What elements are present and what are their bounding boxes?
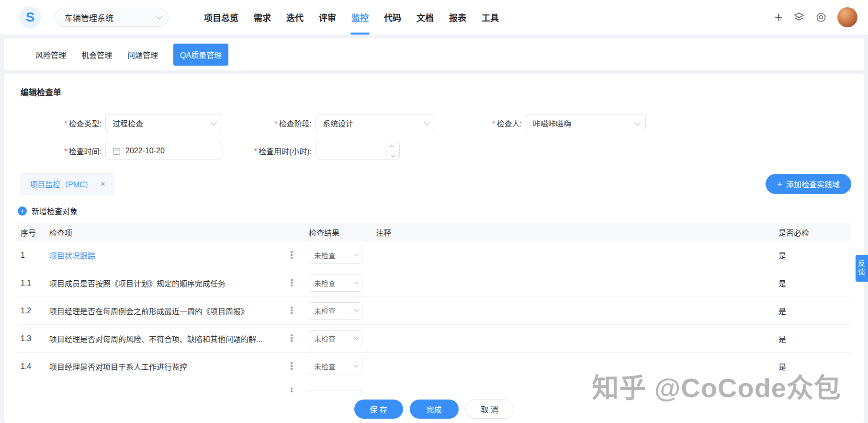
chevron-down-icon: [354, 252, 359, 256]
kebab-menu-icon[interactable]: ⋮: [287, 306, 296, 316]
nav-item-tools[interactable]: 工具: [474, 0, 507, 34]
close-icon[interactable]: ×: [101, 180, 106, 188]
chevron-down-icon: [354, 307, 359, 312]
kebab-menu-icon[interactable]: ⋮: [287, 386, 296, 393]
required-cell: 是: [778, 361, 851, 372]
plus-circle-icon: +: [18, 206, 27, 216]
chevron-down-icon: [424, 119, 430, 126]
add-check-object-label: 新增检查对象: [32, 205, 78, 217]
practice-area-row: 项目监控（PMC） × + 添加检查实践域: [17, 173, 851, 194]
col-header-item: 检查项: [45, 227, 285, 238]
complete-button[interactable]: 完成: [410, 400, 459, 419]
table-row: 1.2 项目经理是否在每周例会之前形成最近一周的《项目周报》 ⋮ 未检查 是: [17, 297, 851, 325]
chevron-down-icon: [156, 13, 162, 20]
page-title: 编辑检查单: [21, 86, 851, 98]
kebab-menu-icon[interactable]: ⋮: [287, 333, 296, 343]
check-item-text: 项目成员是否按照《项目计划》规定的顺序完成任务: [45, 277, 285, 289]
tab-issue-management[interactable]: 问题管理: [127, 49, 158, 60]
settings-icon[interactable]: [815, 11, 827, 23]
result-select[interactable]: 未检查: [309, 274, 362, 292]
cancel-button[interactable]: 取 消: [465, 400, 514, 419]
checker-select[interactable]: 咔嗞咔嗞嗨: [526, 114, 646, 132]
save-button[interactable]: 保 存: [354, 400, 403, 419]
row-number: 1.4: [17, 362, 45, 371]
check-item-link[interactable]: 项目状况跟踪: [45, 250, 285, 261]
chevron-down-icon: [354, 335, 359, 340]
checker-value: 咔嗞咔嗞嗨: [533, 117, 571, 129]
nav-item-project-overview[interactable]: 项目总览: [196, 0, 246, 34]
nav-item-code[interactable]: 代码: [376, 0, 409, 34]
number-spinner: [385, 142, 399, 160]
kebab-menu-icon[interactable]: ⋮: [287, 250, 296, 260]
nav-item-monitoring[interactable]: 监控: [344, 0, 376, 34]
required-asterisk: *: [254, 148, 257, 156]
check-type-label: *检查类型:: [17, 117, 105, 129]
tab-opportunity-management[interactable]: 机会管理: [81, 49, 112, 60]
project-selector[interactable]: 车辆管理系统: [55, 8, 169, 27]
add-check-object-link[interactable]: + 新增检查对象: [18, 205, 78, 217]
nav-item-reports[interactable]: 报表: [441, 0, 474, 34]
required-cell: 是: [778, 305, 851, 317]
kebab-menu-icon[interactable]: ⋮: [287, 278, 296, 288]
check-date-label: *检查时间:: [17, 145, 105, 157]
result-select[interactable]: 未检查: [309, 330, 362, 347]
row-number: 1.3: [17, 334, 45, 343]
tab-project-monitoring-pmc[interactable]: 项目监控（PMC） ×: [21, 173, 114, 194]
tab-risk-management[interactable]: 风险管理: [35, 49, 66, 60]
required-cell: 是: [778, 250, 851, 261]
required-asterisk: *: [492, 120, 495, 128]
user-avatar[interactable]: [837, 7, 857, 27]
result-select[interactable]: 未检查: [309, 358, 362, 375]
checker-label: *检查人:: [435, 117, 526, 129]
nav-item-review[interactable]: 评审: [311, 0, 344, 34]
tab-qa-quality-management[interactable]: QA质量管理: [173, 44, 228, 66]
chevron-down-icon: [391, 152, 395, 157]
row-number: 1: [17, 251, 45, 260]
table-row: 1.3 项目经理是否对每周的风险、不符合项、缺陷和其他问题的解... ⋮ 未检查…: [17, 325, 851, 353]
nav-item-documents[interactable]: 文档: [409, 0, 441, 34]
table-row-partial: ⋮: [17, 380, 851, 393]
layers-icon[interactable]: [793, 11, 805, 23]
row-number: 1.1: [17, 279, 45, 287]
kebab-menu-icon[interactable]: ⋮: [287, 361, 296, 371]
add-practice-area-button[interactable]: + 添加检查实践域: [766, 174, 851, 194]
form-row-1: *检查类型: 过程检查 *检查阶段: 系统设计 *检查人: 咔嗞咔嗞嗨: [17, 114, 851, 132]
check-type-select[interactable]: 过程检查: [105, 114, 222, 132]
result-select[interactable]: 未检查: [309, 247, 362, 264]
check-date-value: 2022-10-20: [125, 147, 165, 155]
project-selector-value: 车辆管理系统: [65, 11, 113, 23]
table-row: 1.4 项目经理是否对项目干系人工作进行监控 ⋮ 未检查 是: [17, 353, 851, 380]
check-date-picker[interactable]: 2022-10-20: [105, 142, 222, 160]
table-row: 1 项目状况跟踪 ⋮ 未检查 是: [17, 241, 851, 269]
table-row: 1.1 项目成员是否按照《项目计划》规定的顺序完成任务 ⋮ 未检查 是: [17, 269, 851, 297]
top-bar-actions: +: [774, 7, 857, 27]
result-select[interactable]: [309, 390, 362, 393]
form-row-2: *检查时间: 2022-10-20 *检查用时(小时):: [17, 142, 851, 160]
chevron-up-icon: [389, 145, 394, 149]
chevron-down-icon: [211, 119, 217, 126]
add-icon[interactable]: +: [774, 10, 783, 24]
check-type-value: 过程检查: [113, 117, 143, 129]
required-cell: 是: [778, 333, 851, 344]
required-asterisk: *: [274, 120, 277, 128]
nav-item-requirements[interactable]: 需求: [246, 0, 279, 34]
plus-icon: +: [777, 180, 782, 189]
row-number: 1.2: [17, 307, 45, 315]
main-nav: 项目总览 需求 迭代 评审 监控 代码 文档 报表 工具: [196, 0, 507, 34]
practice-tab-label: 项目监控（PMC）: [30, 178, 93, 190]
nav-item-iteration[interactable]: 迭代: [279, 0, 311, 34]
checklist-table: 序号 检查项 检查结果 注释 是否必检 1 项目状况跟踪 ⋮ 未检查 是 1.1…: [17, 223, 851, 393]
spinner-down-button[interactable]: [385, 151, 399, 160]
check-item-text: 项目经理是否对项目干系人工作进行监控: [45, 361, 285, 372]
calendar-icon: [113, 147, 121, 155]
check-stage-select[interactable]: 系统设计: [316, 114, 435, 132]
feedback-tab[interactable]: 反馈: [856, 255, 868, 282]
top-bar: S 车辆管理系统 项目总览 需求 迭代 评审 监控 代码 文档 报表 工具 +: [0, 0, 868, 34]
check-hours-input[interactable]: [316, 142, 383, 160]
required-asterisk: *: [64, 120, 67, 128]
spinner-up-button[interactable]: [385, 142, 399, 151]
check-item-text: 项目经理是否对每周的风险、不符合项、缺陷和其他问题的解...: [45, 333, 285, 344]
app-logo[interactable]: S: [19, 6, 41, 28]
result-select[interactable]: 未检查: [309, 302, 362, 320]
check-item-text: 项目经理是否在每周例会之前形成最近一周的《项目周报》: [45, 305, 285, 317]
